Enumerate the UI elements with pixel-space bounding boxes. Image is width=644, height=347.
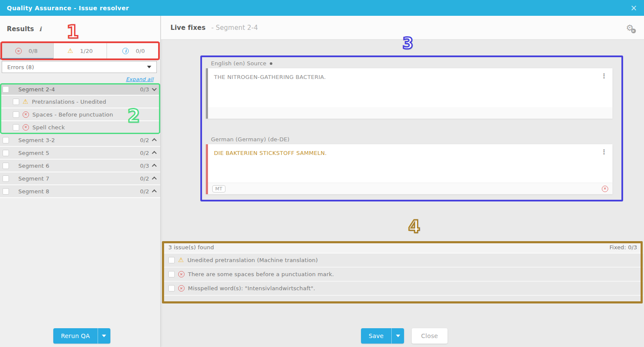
issue-row[interactable]: Misspelled word(s): "Intensivlandwirtsch… <box>162 282 643 296</box>
expand-all-link[interactable]: Expand all <box>126 76 153 82</box>
target-text[interactable]: DIE BAKTERIEN STICKSTOFF SAMMELN. <box>208 144 612 156</box>
segment-row[interactable]: Segment 5 0/2 <box>0 147 160 160</box>
segment-group-count: 0/3 <box>140 86 149 93</box>
issue-checkbox[interactable] <box>168 271 175 277</box>
source-editor: THE NITROGEN-GATHERING BACTERIA. <box>206 68 612 119</box>
tab-info[interactable]: 0/0 <box>107 43 160 59</box>
segment-list: Segment 2-4 0/3 Pretranslations - Unedit… <box>0 84 160 198</box>
error-circle-icon <box>23 124 29 131</box>
errors-count: 0/8 <box>29 48 38 54</box>
group-issue-item[interactable]: Spell check <box>0 121 160 134</box>
close-button[interactable]: Close <box>412 328 448 344</box>
issue-row[interactable]: Unedited pretranslation (Machine transla… <box>162 254 643 268</box>
annotation-number-4: 4 <box>408 217 420 236</box>
group-issue-item[interactable]: Pretranslations - Unedited <box>0 96 160 108</box>
issue-text: Misspelled word(s): "Intensivlandwirtsch… <box>188 285 315 292</box>
tab-warnings[interactable]: 1/20 <box>54 43 107 59</box>
segment-checkbox[interactable] <box>3 86 9 93</box>
issue-checkbox[interactable] <box>13 124 19 131</box>
segment-group-label: Segment 2-4 <box>18 86 140 93</box>
segment-checkbox[interactable] <box>3 175 9 182</box>
expand-all-row: Expand all <box>0 75 160 83</box>
segment-count: 0/2 <box>140 150 149 156</box>
segment-count: 0/2 <box>140 175 149 182</box>
group-issue-label: Spell check <box>32 124 65 131</box>
issue-row[interactable]: There are some spaces before a punctuati… <box>162 268 643 282</box>
live-fixes-subtitle: - Segment 2-4 <box>211 24 258 32</box>
error-circle-icon <box>178 285 185 292</box>
chevron-up-icon[interactable] <box>152 164 156 169</box>
chevron-down-icon <box>396 335 400 337</box>
issue-checkbox[interactable] <box>13 99 19 105</box>
target-language-label: German (Germany) (de-DE) <box>211 136 289 143</box>
results-sidebar: Results i 0/8 1/20 0/0 Errors (8) Expand… <box>0 16 161 347</box>
segment-label: Segment 7 <box>18 175 140 182</box>
info-icon[interactable]: i <box>39 26 42 32</box>
segment-count: 0/3 <box>140 163 149 169</box>
save-split-button: Save <box>361 328 404 344</box>
issue-filter-value: Errors (8) <box>7 64 34 70</box>
chevron-up-icon[interactable] <box>152 151 156 156</box>
window-titlebar: Quality Assurance - Issue resolver × <box>0 0 644 16</box>
warning-triangle-icon <box>67 48 73 54</box>
error-circle-icon <box>23 111 29 118</box>
chevron-up-icon[interactable] <box>152 190 156 194</box>
kebab-menu-icon[interactable] <box>601 149 607 155</box>
segment-label: Segment 6 <box>18 163 140 169</box>
segment-label: Segment 3-2 <box>18 137 140 143</box>
chevron-down-icon <box>102 335 106 337</box>
issue-filter-dropdown[interactable]: Errors (8) <box>2 61 157 73</box>
segment-checkbox[interactable] <box>3 188 9 195</box>
error-circle-icon <box>178 271 185 277</box>
issue-checkbox[interactable] <box>168 257 175 263</box>
warnings-count: 1/20 <box>80 48 93 54</box>
issue-text: Unedited pretranslation (Machine transla… <box>188 257 318 263</box>
segment-row[interactable]: Segment 3-2 0/2 <box>0 134 160 147</box>
chevron-down-icon <box>147 66 151 68</box>
source-editor-footer <box>208 107 612 119</box>
group-issue-label: Pretranslations - Unedited <box>32 99 106 105</box>
warning-triangle-icon <box>23 99 29 105</box>
qa-settings-gear-icon[interactable] <box>626 23 634 32</box>
segment-checkbox[interactable] <box>3 163 9 169</box>
info-circle-icon <box>122 48 129 54</box>
severity-tabs: 0/8 1/20 0/0 <box>0 42 160 60</box>
qa-issue-resolver-window: Quality Assurance - Issue resolver × Res… <box>0 0 644 347</box>
error-circle-icon <box>15 48 22 54</box>
chevron-up-icon[interactable] <box>152 177 156 181</box>
save-button[interactable]: Save <box>361 328 391 344</box>
segment-row[interactable]: Segment 7 0/2 <box>0 172 160 185</box>
segment-label: Segment 8 <box>18 188 140 195</box>
issues-panel-filler <box>162 296 643 301</box>
group-issue-item[interactable]: Spaces - Before punctuation <box>0 108 160 121</box>
segment-row[interactable]: Segment 6 0/3 <box>0 160 160 172</box>
save-dropdown-button[interactable] <box>391 328 404 344</box>
window-title: Quality Assurance - Issue resolver <box>7 5 129 12</box>
tab-errors[interactable]: 0/8 <box>0 43 54 59</box>
source-text[interactable]: THE NITROGEN-GATHERING BACTERIA. <box>208 68 612 80</box>
play-icon <box>631 29 636 33</box>
kebab-menu-icon[interactable] <box>601 73 607 79</box>
segment-count: 0/2 <box>140 188 149 195</box>
issues-panel: 3 issue(s) found Fixed: 0/3 Unedited pre… <box>162 242 643 301</box>
rerun-qa-button[interactable]: Rerun QA <box>53 328 98 344</box>
warning-triangle-icon <box>178 257 184 263</box>
issue-checkbox[interactable] <box>13 111 19 118</box>
close-icon[interactable]: × <box>630 4 637 12</box>
error-circle-icon <box>602 186 608 192</box>
segment-label: Segment 5 <box>18 150 140 156</box>
chevron-up-icon[interactable] <box>152 138 156 143</box>
issue-checkbox[interactable] <box>168 285 175 292</box>
segment-checkbox[interactable] <box>3 137 9 143</box>
results-title: Results <box>7 25 34 33</box>
group-issue-label: Spaces - Before punctuation <box>32 111 113 118</box>
rerun-qa-dropdown-button[interactable] <box>98 328 110 344</box>
live-fixes-title-group: Live fixes - Segment 2-4 <box>170 23 258 32</box>
segment-checkbox[interactable] <box>3 150 9 156</box>
segment-row[interactable]: Segment 8 0/2 <box>0 185 160 198</box>
source-dot-icon <box>270 62 272 65</box>
issues-fixed-count: Fixed: 0/3 <box>609 244 637 251</box>
segment-group-header[interactable]: Segment 2-4 0/3 <box>0 84 160 96</box>
target-editor: DIE BAKTERIEN STICKSTOFF SAMMELN. MT <box>206 144 612 194</box>
chevron-down-icon[interactable] <box>152 86 156 91</box>
